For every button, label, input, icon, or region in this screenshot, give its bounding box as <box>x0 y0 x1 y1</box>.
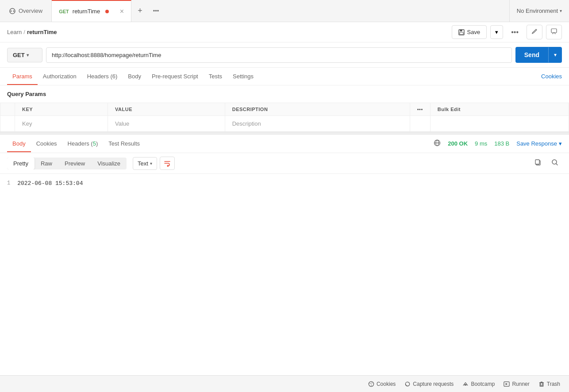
svg-point-17 <box>371 384 372 385</box>
env-chevron-icon: ▾ <box>560 8 562 13</box>
text-type-label: Text <box>138 160 148 167</box>
send-button[interactable]: Send ▾ <box>515 47 562 63</box>
format-pretty-button[interactable]: Pretty <box>7 158 35 169</box>
overview-tab[interactable]: Overview <box>0 0 52 22</box>
tab-params-label: Params <box>12 73 32 80</box>
copy-icon <box>534 159 542 166</box>
wrap-icon <box>164 160 171 167</box>
overview-label: Overview <box>19 8 42 14</box>
status-runner-label: Runner <box>512 381 529 387</box>
row-bulk-cell <box>430 116 569 132</box>
save-options-button[interactable]: ▾ <box>490 25 503 39</box>
new-tab-button[interactable]: + <box>131 0 149 22</box>
status-capture-item[interactable]: Capture requests <box>404 381 454 387</box>
response-line: 1 2022-06-08 15:53:04 <box>7 179 562 188</box>
format-preview-button[interactable]: Preview <box>58 158 91 169</box>
globe-icon <box>434 139 441 148</box>
value-input-cell[interactable]: Value <box>108 116 225 132</box>
globe-svg <box>434 139 441 146</box>
tab-settings[interactable]: Settings <box>227 69 259 85</box>
overview-icon <box>9 8 16 15</box>
wrap-button[interactable] <box>160 157 175 170</box>
tab-authorization[interactable]: Authorization <box>38 69 82 85</box>
params-table: KEY VALUE DESCRIPTION ••• Bulk Edit Key … <box>0 103 569 132</box>
tab-tests[interactable]: Tests <box>204 69 227 85</box>
save-button[interactable]: Save <box>452 25 487 39</box>
bootcamp-icon <box>462 381 469 387</box>
text-type-chevron-icon: ▾ <box>150 161 152 166</box>
tab-pre-request[interactable]: Pre-request Script <box>146 69 204 85</box>
svg-rect-19 <box>465 384 467 385</box>
response-time: 9 ms <box>475 140 487 147</box>
status-runner-item[interactable]: Runner <box>504 381 529 387</box>
status-cookies-label: Cookies <box>377 381 396 387</box>
url-input[interactable] <box>46 47 512 63</box>
more-column-header: ••• <box>410 103 430 116</box>
comment-button[interactable] <box>546 25 562 39</box>
status-trash-item[interactable]: Trash <box>538 381 560 387</box>
tab-headers-label: Headers (6) <box>87 73 118 80</box>
tab-body[interactable]: Body <box>123 69 146 85</box>
breadcrumb-parent[interactable]: Learn <box>7 29 22 35</box>
search-button[interactable] <box>548 157 562 170</box>
environment-selector[interactable]: No Environment ▾ <box>509 0 569 22</box>
tab-cookies-link[interactable]: Cookies <box>541 69 562 84</box>
tabs-more-icon: ••• <box>153 8 159 14</box>
svg-point-2 <box>13 10 15 12</box>
copy-button[interactable] <box>531 157 545 170</box>
status-cookies-item[interactable]: Cookies <box>368 381 396 387</box>
breadcrumb-separator: / <box>23 29 25 35</box>
svg-line-13 <box>556 164 557 165</box>
close-tab-button[interactable]: × <box>120 8 124 15</box>
svg-rect-5 <box>460 32 463 35</box>
response-tab-test-results-label: Test Results <box>108 140 140 147</box>
response-tab-cookies-label: Cookies <box>36 140 57 147</box>
bulk-edit-button[interactable]: Bulk Edit <box>430 103 569 116</box>
row-more-cell <box>410 116 430 132</box>
response-tab-body[interactable]: Body <box>7 136 31 152</box>
body-actions <box>531 157 562 170</box>
description-input-cell[interactable]: Description <box>225 116 410 132</box>
request-tab[interactable]: GET returnTime × <box>52 0 131 22</box>
query-params-label: Query Params <box>0 85 569 103</box>
url-bar: GET ▾ Send ▾ <box>0 42 569 68</box>
more-actions-icon: ••• <box>511 28 519 36</box>
edit-button[interactable] <box>527 25 542 39</box>
more-actions-button[interactable]: ••• <box>507 25 523 39</box>
response-tab-cookies[interactable]: Cookies <box>31 136 62 152</box>
tabs-more-button[interactable]: ••• <box>149 0 164 22</box>
unsaved-dot <box>105 10 109 13</box>
send-label: Send <box>515 47 548 63</box>
breadcrumb: Learn / returnTime <box>7 29 57 35</box>
svg-point-14 <box>369 381 373 386</box>
response-body-controls: Pretty Raw Preview Visualize Text ▾ <box>0 153 569 174</box>
checkbox-header <box>0 103 15 116</box>
toolbar-actions: Save ▾ ••• <box>452 25 562 39</box>
svg-rect-4 <box>460 30 462 31</box>
response-status-area: 200 OK 9 ms 183 B Save Response ▾ <box>434 139 562 148</box>
save-icon <box>458 29 465 35</box>
runner-icon <box>504 381 510 387</box>
env-label: No Environment <box>517 8 558 14</box>
tab-pre-request-label: Pre-request Script <box>152 73 198 80</box>
response-tab-test-results[interactable]: Test Results <box>103 136 145 152</box>
method-selector[interactable]: GET ▾ <box>7 48 42 62</box>
key-input-cell[interactable]: Key <box>15 116 108 132</box>
tab-bar: Overview GET returnTime × + ••• No Envir… <box>0 0 569 22</box>
save-label: Save <box>467 29 481 35</box>
row-checkbox-cell <box>0 116 15 132</box>
capture-icon <box>404 381 411 387</box>
tab-headers[interactable]: Headers (6) <box>82 69 123 85</box>
tab-params[interactable]: Params <box>7 69 38 85</box>
svg-point-1 <box>11 10 12 12</box>
status-bootcamp-item[interactable]: Bootcamp <box>462 381 495 387</box>
format-raw-button[interactable]: Raw <box>35 158 58 169</box>
save-response-button[interactable]: Save Response ▾ <box>516 140 562 147</box>
status-code: 200 OK <box>448 140 468 147</box>
save-chevron-icon: ▾ <box>495 29 498 35</box>
format-visualize-button[interactable]: Visualize <box>91 158 127 169</box>
response-tab-headers[interactable]: Headers (5) <box>62 136 104 152</box>
svg-point-15 <box>370 383 371 384</box>
text-type-selector[interactable]: Text ▾ <box>133 157 157 170</box>
query-params-section: Query Params KEY VALUE DESCRIPTION ••• B… <box>0 85 569 132</box>
